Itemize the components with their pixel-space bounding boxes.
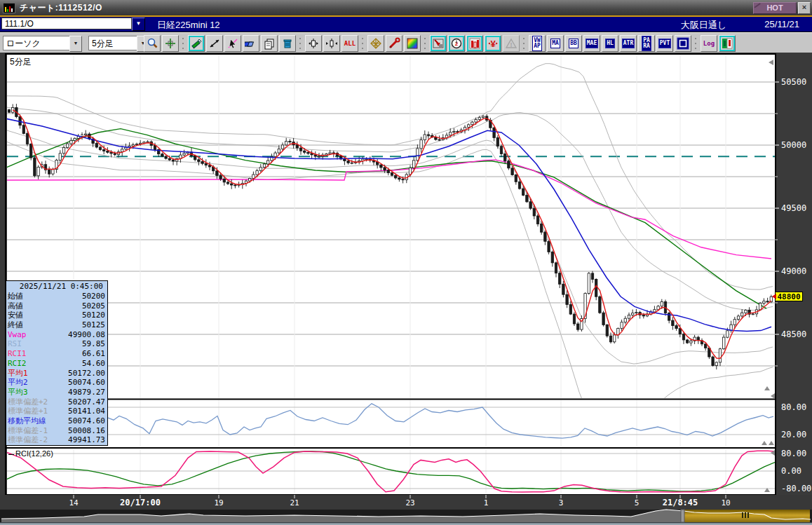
data-panel-row: 移動平均線50074.60 — [6, 416, 107, 426]
svg-text:80.00: 80.00 — [781, 449, 806, 458]
data-panel-row: 平均349879.27 — [6, 388, 107, 397]
svg-text:20.00: 20.00 — [781, 430, 806, 439]
svg-text:49000: 49000 — [781, 266, 806, 276]
svg-text:-80.00: -80.00 — [781, 484, 811, 493]
data-panel-row: 終値50125 — [6, 320, 107, 330]
svg-text:1: 1 — [484, 498, 489, 507]
svg-text:0.00: 0.00 — [781, 466, 801, 476]
data-panel-datetime: 2025/11/21 0:45:00 — [6, 281, 107, 292]
svg-text:50000: 50000 — [781, 140, 806, 150]
svg-text:50500: 50500 — [781, 77, 806, 87]
data-panel-row: 高値50205 — [6, 301, 107, 311]
svg-text:80.00: 80.00 — [781, 402, 806, 412]
data-panel-row: RCI166.61 — [6, 349, 107, 359]
navigator-grip[interactable] — [740, 511, 750, 519]
svg-text:19: 19 — [214, 498, 223, 507]
svg-text:5: 5 — [635, 498, 640, 507]
last-price-tag: 48800 — [775, 292, 803, 301]
svg-text:14: 14 — [69, 498, 79, 507]
data-panel-row: 標準偏差+150141.04 — [6, 407, 107, 416]
crosshair-data-panel: 2025/11/21 0:45:00 始値50200高値50205安値50120… — [6, 280, 108, 446]
chart-window: { "window": { "title": "チャート:1112512/O",… — [0, 0, 812, 525]
data-panel-row: 平均250074.60 — [6, 378, 107, 388]
data-panel-row: 安値50120 — [6, 311, 107, 320]
navigator-left-handle[interactable] — [680, 509, 686, 523]
pane-timeframe-label: 5分足 — [10, 56, 32, 68]
svg-text:20/17:00: 20/17:00 — [120, 498, 161, 507]
data-panel-row: RCI254.60 — [6, 359, 107, 369]
svg-text:21/8:45: 21/8:45 — [663, 498, 698, 507]
data-panel-row: 標準偏差-249941.73 — [6, 435, 107, 445]
data-panel-row: 標準偏差+250207.47 — [6, 397, 107, 407]
data-panel-row: Vwap49900.08 — [6, 330, 107, 340]
data-panel-row: RSI59.85 — [6, 339, 107, 349]
svg-text:23: 23 — [405, 498, 414, 507]
svg-text:10: 10 — [721, 498, 730, 507]
chart-canvas[interactable]: 505005000049500490004850080.0020.0080.00… — [0, 0, 812, 525]
svg-text:49500: 49500 — [781, 203, 806, 213]
data-panel-row: 標準偏差-150008.16 — [6, 426, 107, 436]
data-panel-row: 平均150172.00 — [6, 369, 107, 379]
data-panel-row: 始値50200 — [6, 292, 107, 301]
svg-text:3: 3 — [559, 498, 564, 507]
svg-text:48500: 48500 — [781, 329, 806, 339]
rci-indicator-label: RCI(12,26) — [8, 449, 53, 458]
svg-text:21: 21 — [290, 498, 299, 507]
